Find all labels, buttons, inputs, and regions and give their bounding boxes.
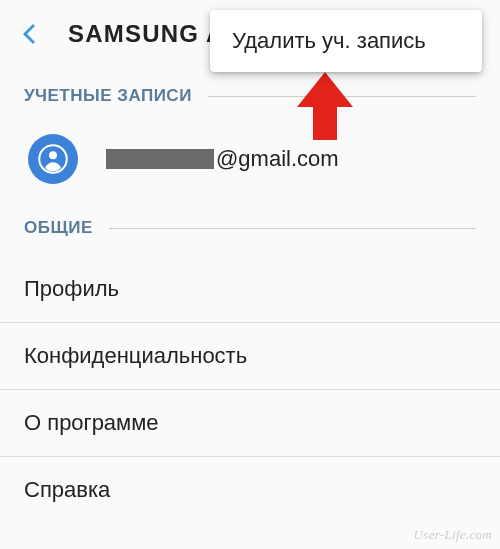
divider xyxy=(109,228,476,229)
annotation-arrow xyxy=(295,72,355,146)
menu-item-about[interactable]: О программе xyxy=(0,390,500,457)
menu-item-privacy[interactable]: Конфиденциальность xyxy=(0,323,500,390)
delete-account-menu-item[interactable]: Удалить уч. запись xyxy=(210,10,482,72)
section-accounts-header: УЧЕТНЫЕ ЗАПИСИ xyxy=(0,86,500,106)
section-general-header: ОБЩИЕ xyxy=(0,218,500,238)
svg-point-1 xyxy=(49,151,57,159)
section-general-label: ОБЩИЕ xyxy=(24,218,93,238)
account-row[interactable]: @gmail.com xyxy=(0,124,500,208)
back-icon[interactable] xyxy=(18,22,42,46)
person-icon xyxy=(38,144,68,174)
section-accounts-label: УЧЕТНЫЕ ЗАПИСИ xyxy=(24,86,192,106)
redacted-block xyxy=(106,149,214,169)
arrow-up-icon xyxy=(297,72,353,140)
delete-account-label: Удалить уч. запись xyxy=(232,28,426,53)
menu-item-profile[interactable]: Профиль xyxy=(0,256,500,323)
watermark: User-Life.com xyxy=(414,527,492,543)
email-suffix: @gmail.com xyxy=(216,146,339,172)
avatar xyxy=(28,134,78,184)
account-email: @gmail.com xyxy=(106,146,339,172)
menu-item-help[interactable]: Справка xyxy=(0,457,500,523)
general-menu: Профиль Конфиденциальность О программе С… xyxy=(0,256,500,523)
